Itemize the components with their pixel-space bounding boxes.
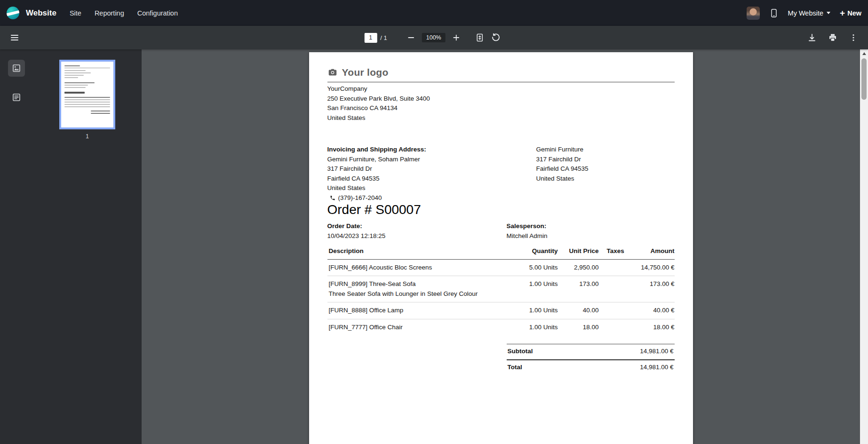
line-unit-price: 40.00	[558, 306, 599, 316]
menu-site[interactable]: Site	[70, 9, 81, 17]
pdf-sidebar: 1	[0, 49, 142, 444]
plus-icon: +	[840, 8, 845, 17]
line-quantity: 1.00 Units	[497, 279, 558, 299]
navbar-right: My Website + New	[747, 7, 863, 20]
page-number-input[interactable]	[364, 33, 377, 43]
order-lines-table: Description Quantity Unit Price Taxes Am…	[327, 245, 675, 335]
line-description: [FURN_8888] Office Lamp	[327, 306, 497, 316]
app-name[interactable]: Website	[26, 8, 56, 18]
menu-configuration[interactable]: Configuration	[137, 9, 178, 17]
camera-icon	[327, 67, 338, 78]
shipping-address-line: Gemini Furniture	[536, 145, 589, 155]
rotate-button[interactable]	[488, 30, 504, 46]
new-button[interactable]: + New	[840, 8, 861, 17]
line-taxes	[599, 279, 627, 299]
line-unit-price: 18.00	[558, 323, 599, 333]
minus-icon	[407, 33, 415, 42]
page-thumbnail[interactable]	[59, 60, 115, 129]
thumbnail-preview	[64, 65, 110, 114]
pdf-viewer-body: 1 Your logo YourCompany 250 Executive Pa…	[0, 49, 868, 444]
thumbnail-page-number: 1	[86, 133, 89, 140]
mobile-preview-button[interactable]	[769, 8, 779, 18]
line-taxes	[599, 323, 627, 333]
order-date-block: Order Date: 10/04/2023 12:18:25	[327, 222, 507, 241]
total-row: Total 14,981.00 €	[507, 359, 675, 375]
application-window: Website Site Reporting Configuration My …	[0, 0, 868, 444]
download-button[interactable]	[804, 30, 820, 46]
logo-placeholder-text: Your logo	[342, 66, 389, 79]
order-title: Order # S00007	[327, 203, 675, 217]
hamburger-menu-icon	[10, 33, 19, 42]
thumbnails-icon	[12, 63, 21, 73]
main-menu: Site Reporting Configuration	[70, 9, 178, 17]
invoicing-address-line: United States	[327, 183, 536, 193]
table-row: [FURN_8888] Office Lamp 1.00 Units 40.00…	[327, 302, 675, 319]
website-app-logo-icon[interactable]	[7, 7, 19, 19]
pdf-content-area[interactable]: Your logo YourCompany 250 Executive Park…	[142, 49, 860, 444]
top-navbar: Website Site Reporting Configuration My …	[0, 0, 868, 26]
printer-icon	[828, 33, 837, 42]
order-date-value: 10/04/2023 12:18:25	[327, 231, 507, 241]
zoom-in-button[interactable]	[448, 30, 464, 46]
subtotal-row: Subtotal 14,981.00 €	[507, 344, 675, 359]
shipping-address-line: United States	[536, 174, 589, 184]
company-name: YourCompany	[327, 84, 675, 94]
line-amount: 14,750.00 €	[627, 263, 675, 273]
company-address-block: YourCompany 250 Executive Park Blvd, Sui…	[327, 84, 675, 123]
pdf-toolbar: / 1 100%	[0, 26, 868, 49]
kebab-menu-icon	[849, 33, 858, 42]
order-info-section: Order Date: 10/04/2023 12:18:25 Salesper…	[327, 222, 675, 241]
shipping-address-line: 317 Fairchild Dr	[536, 155, 589, 165]
table-header-row: Description Quantity Unit Price Taxes Am…	[327, 245, 675, 260]
salesperson-block: Salesperson: Mitchell Admin	[507, 222, 548, 241]
company-address-line: United States	[327, 113, 675, 123]
scroll-up-arrow[interactable]	[860, 49, 868, 57]
line-quantity: 1.00 Units	[497, 306, 558, 316]
col-header-amount: Amount	[627, 246, 675, 256]
company-address-line: 250 Executive Park Blvd, Suite 3400	[327, 94, 675, 104]
line-taxes	[599, 263, 627, 273]
invoicing-address-block: Invoicing and Shipping Address: Gemini F…	[327, 145, 536, 203]
navbar-left: Website Site Reporting Configuration	[7, 7, 178, 19]
print-button[interactable]	[825, 30, 841, 46]
invoicing-address-line: Fairfield CA 94535	[327, 174, 536, 184]
total-label: Total	[508, 363, 522, 373]
menu-reporting[interactable]: Reporting	[95, 9, 124, 17]
zoom-level[interactable]: 100%	[422, 33, 446, 42]
table-row: [FURN_8999] Three-Seat Sofa Three Seater…	[327, 276, 675, 302]
more-options-button[interactable]	[845, 30, 861, 46]
addresses-section: Invoicing and Shipping Address: Gemini F…	[327, 145, 675, 203]
table-row: [FURN_7777] Office Chair 1.00 Units 18.0…	[327, 319, 675, 336]
col-header-unit-price: Unit Price	[558, 246, 599, 256]
fit-to-page-icon	[475, 33, 485, 42]
website-selector[interactable]: My Website	[788, 9, 830, 17]
logo-row: Your logo	[327, 66, 675, 79]
shipping-address-line: Fairfield CA 94535	[536, 164, 589, 174]
plus-icon	[452, 33, 461, 42]
website-selector-label: My Website	[788, 9, 823, 17]
user-avatar[interactable]	[747, 7, 760, 20]
salesperson-label: Salesperson:	[507, 222, 548, 231]
sidebar-toggle-button[interactable]	[7, 30, 23, 46]
line-taxes	[599, 306, 627, 316]
thumbnails-view-button[interactable]	[8, 60, 25, 77]
fit-to-page-button[interactable]	[472, 30, 488, 46]
invoicing-address-line: Gemini Furniture, Soham Palmer	[327, 155, 536, 165]
invoicing-address-label: Invoicing and Shipping Address:	[327, 145, 536, 155]
mobile-phone-icon	[769, 8, 779, 18]
col-header-taxes: Taxes	[599, 246, 627, 256]
zoom-out-button[interactable]	[403, 30, 419, 46]
pdf-toolbar-center: / 1 100%	[364, 30, 503, 46]
scrollbar-thumb[interactable]	[861, 58, 867, 100]
scrollbar[interactable]	[860, 49, 868, 444]
totals-section: Subtotal 14,981.00 € Total 14,981.00 €	[507, 344, 675, 375]
total-value: 14,981.00 €	[640, 363, 673, 373]
line-quantity: 1.00 Units	[497, 323, 558, 333]
company-address-line: San Francisco CA 94134	[327, 103, 675, 113]
line-amount: 173.00 €	[627, 279, 675, 299]
invoicing-address-line: 317 Fairchild Dr	[327, 164, 536, 174]
outline-view-button[interactable]	[8, 89, 25, 106]
phone-icon	[330, 195, 335, 201]
thumbnail-column: 1	[33, 49, 142, 444]
sidebar-view-toggles	[0, 49, 33, 444]
